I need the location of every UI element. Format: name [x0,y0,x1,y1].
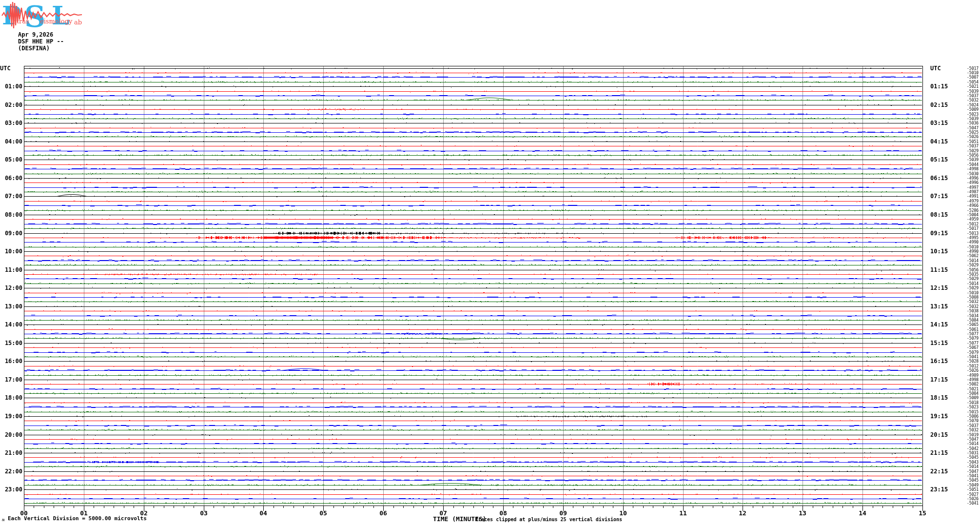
trace-offset-value: -5049 [967,483,979,487]
trace-offset-value: -4998 [967,378,979,382]
seismogram-page: P S L atras eismology ab Apr 9,2026 DSF … [0,0,980,527]
trace-offset-value: -5051 [967,140,979,144]
left-time-label: 15:00 [0,340,22,346]
trace-offset-value: -5032 [967,300,979,304]
trace-offset-value: -5039 [967,89,979,94]
trace-offset-value: -5008 [967,295,979,300]
right-time-label: 10:15 [930,248,948,255]
right-time-label: 06:15 [930,175,948,182]
x-axis-tick-label: 09 [556,509,570,517]
x-axis-tick-label: 10 [616,509,630,517]
x-axis-tick-label: 12 [735,509,750,517]
trace-offset-value: -5021 [967,84,979,89]
left-time-label: 14:00 [0,321,22,328]
trace-offset-value: -5010 [967,291,979,295]
right-time-label: 23:15 [930,486,948,493]
left-time-label: 16:00 [0,358,22,365]
header-station: DSF HHE HP -- [18,38,64,45]
trace-offset-value: -4991 [967,194,979,199]
trace-offset-value: -4996 [967,176,979,181]
utc-label-right: UTC [930,65,941,72]
trace-offset-value: -5041 [967,355,979,359]
trace-offset-value: -5029 [967,263,979,267]
left-time-label: 20:00 [0,431,22,438]
right-time-label: 19:15 [930,413,948,420]
right-time-label: 03:15 [930,120,948,126]
trace-offset-value: -4966 [967,203,979,208]
trace-offset-value: -5037 [967,424,979,428]
trace-offset-value: -5045 [967,478,979,483]
trace-offset-value: -5077 [967,341,979,345]
trace-offset-value: -5012 [967,222,979,226]
trace-offset-value: -4989 [967,373,979,378]
clip-note: Traces clipped at plus/minus 25 vertical… [475,517,622,522]
trace-offset-value: -4990 [967,240,979,244]
trace-offset-value: -5002 [967,382,979,386]
trace-offset-value: -5077 [967,332,979,336]
right-time-label: 12:15 [930,284,948,291]
trace-offset-value: -5045 [967,455,979,460]
left-time-label: 23:00 [0,486,22,493]
trace-offset-value: -4987 [967,190,979,194]
left-time-label: 05:00 [0,156,22,163]
trace-offset-value: -5014 [967,442,979,446]
trace-offset-value: -5010 [967,71,979,75]
trace-offset-value: -5038 [967,309,979,313]
trace-offset-value: -4959 [967,217,979,222]
trace-offset-value: -5051 [967,487,979,492]
trace-offset-value: -5014 [967,259,979,263]
right-time-label: 20:15 [930,431,948,438]
trace-offset-value: -5079 [967,350,979,355]
trace-offset-value: -5062 [967,254,979,258]
left-time-label: 19:00 [0,413,22,420]
trace-offset-value: -5070 [967,419,979,423]
x-axis-tick-label: 08 [496,509,510,517]
trace-offset-value: -4990 [967,249,979,254]
left-time-label: 07:00 [0,193,22,200]
x-axis-tick-label: 14 [855,509,870,517]
trace-offset-value: -5026 [967,368,979,373]
trace-offset-value: -5037 [967,144,979,148]
trace-offset-value: -5032 [967,98,979,102]
trace-offset-value: -5010 [967,245,979,249]
trace-offset-value: -5021 [967,387,979,391]
trace-offset-value: -5035 [967,272,979,277]
trace-offset-value: -5079 [967,336,979,341]
left-time-label: 11:00 [0,266,22,273]
right-time-label: 16:15 [930,358,948,365]
left-time-label: 04:00 [0,138,22,145]
trace-offset-value: -5025 [967,130,979,135]
right-time-label: 02:15 [930,101,948,108]
trace-offset-value: -5032 [967,304,979,309]
left-time-label: 17:00 [0,376,22,383]
trace-offset-value: -5037 [967,94,979,98]
trace-offset-value: -5019 [967,433,979,437]
trace-offset-value: -5024 [967,103,979,107]
trace-offset-value: -5023 [967,405,979,409]
trace-offset-value: -5036 [967,121,979,125]
trace-offset-value: -5017 [967,226,979,231]
left-time-label: 08:00 [0,211,22,218]
trace-offset-value: -5067 [967,345,979,350]
trace-offset-value: -5004 [967,213,979,217]
vertical-scale-note: Each Vertical Division = 5000.00 microvo… [8,515,147,522]
left-time-label: 06:00 [0,175,22,182]
x-axis-tick-label: 04 [256,509,271,517]
trace-offset-value: -5004 [967,391,979,396]
x-axis-tick-label: 13 [795,509,810,517]
left-time-label: 09:00 [0,230,22,237]
right-time-label: 15:15 [930,340,948,346]
trace-offset-value: -5018 [967,401,979,405]
trace-offset-value: -5017 [967,66,979,71]
trace-offset-value: -5026 [967,497,979,501]
right-time-label: 18:15 [930,394,948,401]
trace-offset-value: -5014 [967,465,979,469]
x-axis-tick-label: 11 [676,509,690,517]
trace-offset-value: -5007 [967,75,979,80]
right-time-label: 22:15 [930,468,948,475]
trace-offset-value: -4998 [967,167,979,171]
left-time-label: 01:00 [0,83,22,90]
trace-offset-value: -5054 [967,80,979,84]
trace-offset-value: -5009 [967,107,979,112]
psl-logo: P S L atras eismology ab [1,0,97,30]
